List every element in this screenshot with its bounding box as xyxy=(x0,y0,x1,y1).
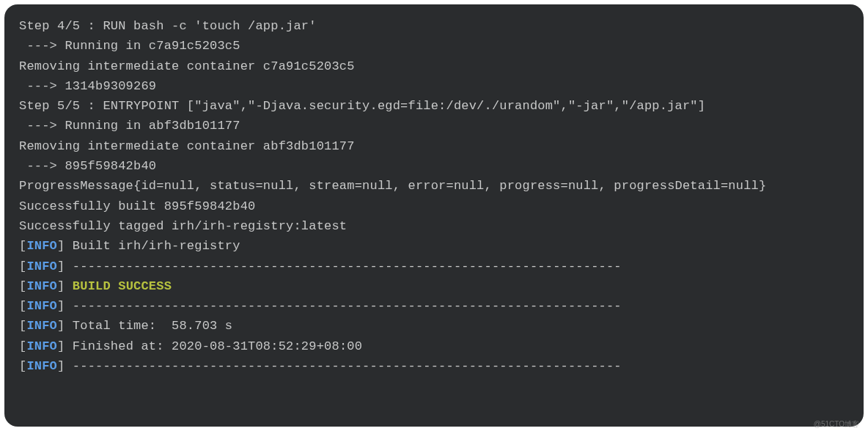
build-success: BUILD SUCCESS xyxy=(73,279,172,293)
terminal-line: ---> Running in c7a91c5203c5 xyxy=(19,36,849,56)
terminal-window: Step 4/5 : RUN bash -c 'touch /app.jar' … xyxy=(4,4,864,427)
terminal-info-line: [INFO] BUILD SUCCESS xyxy=(19,276,849,296)
info-tag: INFO xyxy=(26,319,57,333)
info-text: Built irh/irh-registry xyxy=(65,239,240,253)
bracket-close: ] xyxy=(57,319,65,333)
info-tag: INFO xyxy=(26,339,57,353)
terminal-info-line: [INFO] Total time: 58.703 s xyxy=(19,316,849,336)
terminal-info-line: [INFO] Built irh/irh-registry xyxy=(19,236,849,256)
terminal-line: ProgressMessage{id=null, status=null, st… xyxy=(19,176,849,196)
bracket-open: [ xyxy=(19,259,26,273)
info-tag: INFO xyxy=(26,279,57,293)
terminal-line: ---> Running in abf3db101177 xyxy=(19,116,849,136)
bracket-close: ] xyxy=(57,299,65,313)
info-text: ----------------------------------------… xyxy=(65,359,621,373)
terminal-info-line: [INFO] Finished at: 2020-08-31T08:52:29+… xyxy=(19,336,849,356)
info-text: ----------------------------------------… xyxy=(65,299,621,313)
bracket-open: [ xyxy=(19,339,26,353)
bracket-close: ] xyxy=(57,339,65,353)
bracket-open: [ xyxy=(19,279,26,293)
terminal-line: Removing intermediate container c7a91c52… xyxy=(19,56,849,76)
terminal-line: ---> 1314b9309269 xyxy=(19,76,849,96)
info-tag: INFO xyxy=(26,259,57,273)
bracket-close: ] xyxy=(57,359,65,373)
terminal-line: Successfully built 895f59842b40 xyxy=(19,196,849,216)
bracket-open: [ xyxy=(19,359,26,373)
bracket-close: ] xyxy=(57,239,65,253)
terminal-line: Step 5/5 : ENTRYPOINT ["java","-Djava.se… xyxy=(19,96,849,116)
bracket-open: [ xyxy=(19,299,26,313)
terminal-line: Step 4/5 : RUN bash -c 'touch /app.jar' xyxy=(19,16,849,36)
watermark: @51CTO博客 xyxy=(814,419,859,430)
terminal-info-line: [INFO] ---------------------------------… xyxy=(19,296,849,316)
info-tag: INFO xyxy=(26,299,57,313)
info-tag: INFO xyxy=(26,239,57,253)
bracket-close: ] xyxy=(57,259,65,273)
bracket-open: [ xyxy=(19,319,26,333)
bracket-open: [ xyxy=(19,239,26,253)
info-tag: INFO xyxy=(26,359,57,373)
terminal-info-line: [INFO] ---------------------------------… xyxy=(19,356,849,376)
info-text: Total time: 58.703 s xyxy=(65,319,232,333)
terminal-line: Removing intermediate container abf3db10… xyxy=(19,136,849,156)
bracket-close: ] xyxy=(57,279,73,293)
terminal-info-line: [INFO] ---------------------------------… xyxy=(19,257,849,276)
info-text: Finished at: 2020-08-31T08:52:29+08:00 xyxy=(65,339,362,353)
info-text: ----------------------------------------… xyxy=(65,259,621,273)
terminal-line: ---> 895f59842b40 xyxy=(19,156,849,176)
terminal-line: Successfully tagged irh/irh-registry:lat… xyxy=(19,216,849,236)
